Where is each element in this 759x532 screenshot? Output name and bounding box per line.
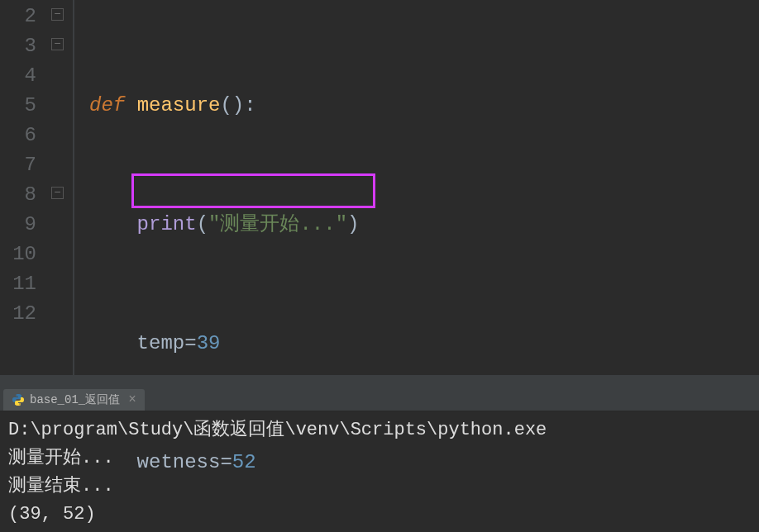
code-area[interactable]: def measure(): print("测量开始...") temp=39 … <box>74 0 759 375</box>
code-line[interactable]: print("测量开始...") <box>89 210 759 240</box>
colon: : <box>244 94 255 116</box>
keyword-def: def <box>89 94 125 116</box>
number-literal: 39 <box>197 332 221 354</box>
line-number: 10 <box>0 240 43 269</box>
call-print: print <box>137 213 197 235</box>
fold-icon[interactable]: − <box>51 38 64 50</box>
paren: ) <box>232 94 244 116</box>
fold-column[interactable]: − − − <box>43 0 74 375</box>
paren: ) <box>347 213 359 235</box>
line-number: 7 <box>0 150 43 180</box>
line-number: 8 <box>0 180 43 210</box>
identifier-wetness: wetness <box>137 451 221 473</box>
paren: ( <box>197 213 208 235</box>
line-number: 9 <box>0 210 43 240</box>
string-literal: "测量开始..." <box>208 213 347 235</box>
fold-icon[interactable]: − <box>51 187 64 199</box>
line-number: 2 <box>0 2 43 31</box>
paren: ( <box>220 94 232 116</box>
line-number: 6 <box>0 121 43 150</box>
fold-icon[interactable]: − <box>51 8 64 21</box>
highlight-box <box>131 173 375 208</box>
line-number: 11 <box>0 269 43 299</box>
line-number: 4 <box>0 61 43 91</box>
line-number-gutter: 2 3 4 5 6 7 8 9 10 11 12 <box>0 0 43 375</box>
code-line[interactable]: def measure(): <box>89 91 759 121</box>
identifier-temp: temp <box>137 332 185 354</box>
operator-eq: = <box>220 451 232 473</box>
python-icon <box>12 393 25 406</box>
operator-eq: = <box>184 332 196 354</box>
number-literal: 52 <box>232 451 256 473</box>
line-number: 3 <box>0 31 43 61</box>
function-name: measure <box>137 94 221 116</box>
code-line[interactable]: temp=39 <box>89 329 759 359</box>
line-number: 12 <box>0 299 43 329</box>
code-line[interactable]: wetness=52 <box>89 448 759 477</box>
line-number: 5 <box>0 91 43 121</box>
code-editor[interactable]: 2 3 4 5 6 7 8 9 10 11 12 − − − def measu… <box>0 0 759 375</box>
